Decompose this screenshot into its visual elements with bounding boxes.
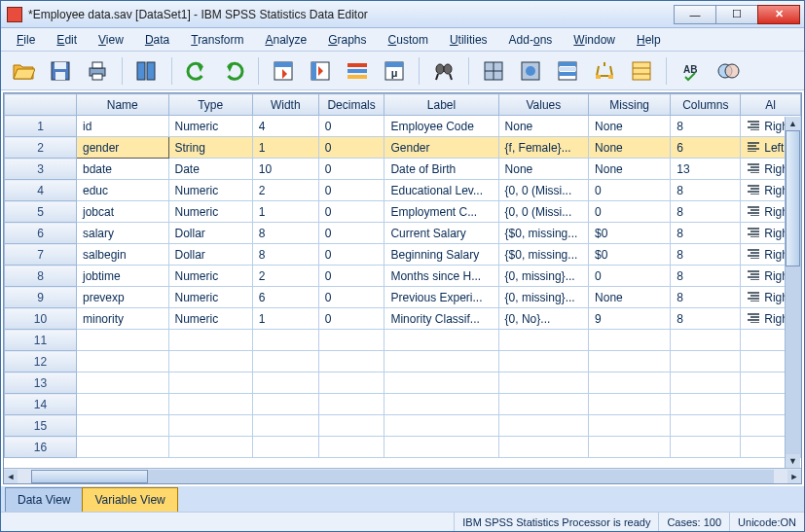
cell-values[interactable]: {f, Female}... [498,137,588,159]
table-row-empty[interactable]: 11 [5,330,801,351]
cell-columns[interactable]: 8 [671,266,741,287]
redo-icon[interactable] [219,56,248,86]
cell-name[interactable]: jobcat [76,201,168,223]
cell-missing[interactable]: 0 [589,201,671,223]
cell-decimals[interactable]: 0 [318,223,384,244]
cell-missing[interactable]: 0 [589,266,671,287]
cell-type[interactable]: Numeric [168,116,252,137]
goto-variable-icon[interactable] [306,56,335,86]
col-width[interactable]: Width [252,94,318,116]
table-row-empty[interactable]: 13 [5,372,801,394]
scroll-up-icon[interactable]: ▲ [786,117,800,130]
cell-decimals[interactable]: 0 [318,308,384,330]
row-header[interactable]: 10 [5,308,77,330]
cell-columns[interactable]: 8 [671,180,741,201]
cell-values[interactable]: {$0, missing... [498,244,588,266]
row-header[interactable]: 15 [5,415,77,437]
cell-width[interactable]: 4 [252,116,318,137]
cell-columns[interactable]: 8 [671,308,741,330]
undo-icon[interactable] [182,56,211,86]
save-icon[interactable] [46,56,75,86]
cell-values[interactable]: {0, 0 (Missi... [498,180,588,201]
table-row[interactable]: 7salbeginDollar80Beginning Salary{$0, mi… [5,244,801,266]
table-row[interactable]: 5jobcatNumeric10Employment C...{0, 0 (Mi… [5,201,801,223]
menu-graphs[interactable]: Graphs [318,30,376,50]
row-header[interactable]: 1 [5,116,77,137]
close-button[interactable] [757,5,800,24]
title-bar[interactable]: *Employee data.sav [DataSet1] - IBM SPSS… [1,1,804,28]
menu-custom[interactable]: Custom [379,30,438,50]
cell-type[interactable]: Numeric [168,201,252,223]
row-header[interactable]: 5 [5,201,77,223]
cell-label[interactable]: Employment C... [384,201,498,223]
cell-width[interactable]: 1 [252,137,318,159]
menu-help[interactable]: Help [627,30,671,50]
menu-transform[interactable]: Transform [181,30,253,50]
cell-values[interactable]: {$0, missing... [498,223,588,244]
cell-columns[interactable]: 8 [671,244,741,266]
cell-name[interactable]: minority [76,308,168,330]
menu-window[interactable]: Window [564,30,625,50]
table-row[interactable]: 2genderString10Gender{f, Female}...None6… [5,137,801,159]
vscroll-thumb[interactable] [786,130,800,266]
row-header[interactable]: 11 [5,330,77,351]
cell-values[interactable]: {0, 0 (Missi... [498,201,588,223]
tab-variable-view[interactable]: Variable View [82,487,177,512]
cell-decimals[interactable]: 0 [318,201,384,223]
cell-type[interactable]: String [168,137,252,159]
value-labels-icon[interactable] [590,56,619,86]
table-row-empty[interactable]: 12 [5,351,801,372]
cell-missing[interactable]: None [589,116,671,137]
table-row[interactable]: 4educNumeric20Educational Lev...{0, 0 (M… [5,180,801,201]
goto-case-icon[interactable] [269,56,298,86]
row-header[interactable]: 13 [5,372,77,394]
cell-width[interactable]: 2 [252,266,318,287]
cell-name[interactable]: bdate [76,159,168,180]
cell-width[interactable]: 2 [252,180,318,201]
row-header[interactable]: 7 [5,244,77,266]
variables-icon[interactable] [343,56,372,86]
cell-width[interactable]: 1 [252,201,318,223]
cell-decimals[interactable]: 0 [318,159,384,180]
cell-width[interactable]: 6 [252,287,318,308]
cell-missing[interactable]: $0 [589,244,671,266]
cell-name[interactable]: prevexp [76,287,168,308]
menu-edit[interactable]: Edit [47,30,87,50]
find-icon[interactable] [429,56,458,86]
horizontal-scrollbar[interactable]: ◄ ► [4,468,801,483]
cell-label[interactable]: Employee Code [384,116,498,137]
spellcheck-icon[interactable]: AB [677,56,706,86]
cell-values[interactable]: {0, missing}... [498,266,588,287]
split-file-icon[interactable] [479,56,508,86]
cell-columns[interactable]: 8 [671,116,741,137]
cell-type[interactable]: Numeric [168,180,252,201]
table-row[interactable]: 10minorityNumeric10Minority Classif...{0… [5,308,801,330]
menu-analyze[interactable]: Analyze [255,30,316,50]
cell-name[interactable]: salbegin [76,244,168,266]
cell-decimals[interactable]: 0 [318,266,384,287]
row-header[interactable]: 4 [5,180,77,201]
hscroll-thumb[interactable] [31,470,148,483]
maximize-button[interactable] [715,5,758,24]
cell-missing[interactable]: None [589,287,671,308]
cell-name[interactable]: gender [76,137,168,159]
col-decimals[interactable]: Decimals [318,94,384,116]
cell-decimals[interactable]: 0 [318,180,384,201]
row-header[interactable]: 9 [5,287,77,308]
cell-decimals[interactable]: 0 [318,287,384,308]
cell-values[interactable]: {0, No}... [498,308,588,330]
scroll-left-icon[interactable]: ◄ [4,470,18,483]
row-header[interactable]: 14 [5,394,77,415]
cell-label[interactable]: Date of Birth [384,159,498,180]
col-values[interactable]: Values [498,94,588,116]
table-row[interactable]: 1idNumeric40Employee CodeNoneNone8Righ [5,116,801,137]
row-header[interactable]: 6 [5,223,77,244]
corner-cell[interactable] [5,94,77,116]
menu-data[interactable]: Data [135,30,179,50]
cell-decimals[interactable]: 0 [318,116,384,137]
grid-table[interactable]: Name Type Width Decimals Label Values Mi… [4,93,801,458]
cell-name[interactable]: salary [76,223,168,244]
menu-utilities[interactable]: Utilities [440,30,497,50]
cell-name[interactable]: jobtime [76,266,168,287]
cell-label[interactable]: Months since H... [384,266,498,287]
